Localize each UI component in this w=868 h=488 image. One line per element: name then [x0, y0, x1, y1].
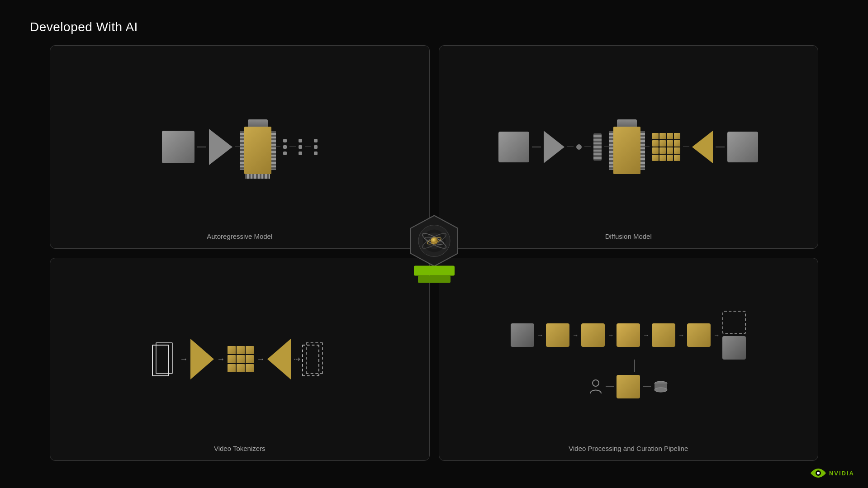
autoregressive-diagram	[50, 46, 429, 248]
vp-top-row: → → → → → →	[511, 311, 746, 360]
arrow-t4: ⇢	[294, 354, 299, 364]
gpu-cap-d	[617, 119, 637, 127]
autoregressive-label: Autoregressive Model	[207, 232, 272, 240]
frame-dashed-front	[302, 345, 319, 376]
vp-line-h1	[606, 386, 614, 387]
vp-arrow4: →	[643, 332, 649, 339]
vp-arrow5: →	[678, 332, 684, 339]
hex-container	[407, 213, 461, 268]
diffusion-transformer	[613, 119, 640, 174]
vp-arrow3: →	[607, 332, 614, 339]
center-logo	[407, 213, 461, 275]
token-grid	[652, 133, 680, 161]
arrow-t3: →	[256, 355, 265, 364]
conn-d7	[716, 147, 725, 147]
vp-arrow6: →	[713, 332, 720, 339]
nvidia-eye-icon	[810, 467, 826, 479]
gpu-pins-left	[240, 131, 244, 170]
gold-encoder	[190, 339, 214, 379]
vp-label: Video Processing and Curation Pipeline	[569, 445, 688, 452]
output-block-d	[727, 132, 758, 162]
input-block-d	[498, 132, 529, 162]
vp-proc4	[652, 323, 675, 347]
output-frames	[302, 342, 327, 376]
person-icon	[588, 379, 603, 394]
frame-front	[152, 345, 169, 376]
gpu-pins-right-d	[640, 131, 645, 170]
gpu-pins-right	[271, 131, 276, 170]
dot-8	[314, 145, 318, 149]
connector-4	[289, 147, 296, 147]
dot-4	[299, 139, 302, 142]
vp-line-h2	[643, 386, 651, 387]
hex-svg	[407, 213, 461, 268]
page-title: Developed With AI	[30, 20, 138, 34]
dot-7	[314, 139, 318, 142]
autoregressive-pipeline	[162, 119, 318, 174]
dot-3	[283, 152, 287, 155]
vp-bottom-row	[588, 375, 668, 398]
vp-vert-conn	[621, 360, 635, 372]
diffusion-diagram	[439, 46, 818, 248]
vp-proc5	[687, 323, 711, 347]
vp-input	[511, 323, 534, 347]
svg-point-3	[655, 388, 667, 392]
connector-5	[305, 147, 311, 147]
decoder-trap-d	[692, 131, 713, 163]
transformer-block	[244, 119, 271, 174]
gpu-pins-bottom	[245, 174, 270, 179]
conn-d3	[584, 147, 591, 147]
svg-point-0	[593, 380, 599, 386]
dot-2	[283, 145, 287, 149]
diffusion-label: Diffusion Model	[605, 232, 652, 240]
dot-6	[299, 152, 302, 155]
vp-gold-sub	[617, 375, 640, 398]
tokenizer-diagram: → → →	[50, 258, 429, 461]
tokenizer-label: Video Tokenizers	[214, 445, 266, 452]
quadrant-autoregressive: Autoregressive Model	[50, 45, 430, 249]
dot-5	[299, 145, 302, 149]
vp-proc2	[581, 323, 605, 347]
nvidia-logo: NVIDIA	[810, 467, 854, 479]
diffusion-pipeline	[498, 119, 758, 174]
nvidia-text: NVIDIA	[829, 470, 854, 477]
encoder-trapezoid	[209, 129, 232, 165]
input-frames	[152, 342, 177, 376]
vp-arrow1: →	[537, 332, 543, 339]
noise-block	[593, 133, 602, 161]
arrow-t1: →	[180, 355, 188, 364]
noise-dot	[576, 144, 582, 150]
quadrant-diffusion: Diffusion Model	[439, 45, 819, 249]
quadrant-tokenizers: → → →	[50, 258, 430, 461]
vp-connector-line	[634, 360, 635, 372]
conn-d1	[532, 147, 541, 147]
quadrant-vp: → → → → → →	[439, 258, 819, 461]
tokenizer-pipeline: → → →	[152, 339, 327, 379]
dot-1	[283, 139, 287, 142]
gpu-cap	[248, 119, 268, 127]
gold-decoder	[267, 339, 291, 379]
conn-d2	[567, 147, 574, 147]
gpu-pins-left-d	[609, 131, 613, 170]
vp-dashed-top	[722, 311, 746, 334]
vp-arrow2: →	[572, 332, 579, 339]
vp-proc1	[546, 323, 569, 347]
output-dots-2	[299, 139, 302, 155]
db-icon	[654, 380, 668, 393]
connector-1	[197, 147, 206, 147]
green-base-2	[418, 275, 451, 283]
vp-gray-end	[722, 336, 746, 360]
vp-diagram: → → → → → →	[439, 258, 818, 461]
vp-proc3	[617, 323, 640, 347]
output-dots-3	[314, 139, 318, 155]
vp-branch	[722, 311, 746, 360]
encoder-trap-d	[544, 131, 564, 163]
input-block	[162, 131, 194, 163]
dot-9	[314, 152, 318, 155]
arrow-t2: →	[217, 355, 225, 364]
gpu-body-d	[613, 127, 640, 174]
conn-d6	[683, 147, 689, 147]
svg-point-14	[817, 472, 820, 474]
green-base-1	[414, 265, 455, 275]
token-grid-t	[228, 346, 254, 372]
